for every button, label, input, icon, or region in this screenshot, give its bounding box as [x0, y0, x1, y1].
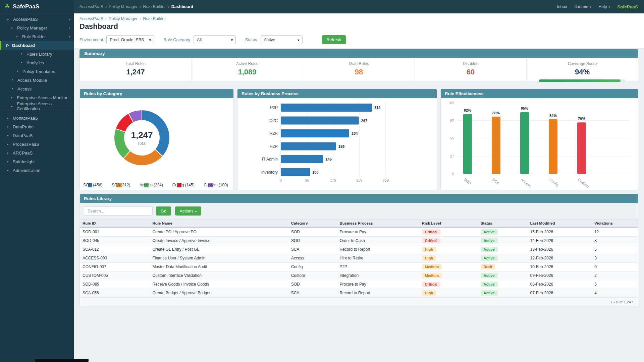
cell-violations: 4 [592, 289, 638, 297]
environment-select[interactable]: Prod_Oracle_EBS [106, 35, 154, 44]
risk-badge: Medium [422, 264, 442, 269]
sidebar-item-label: Analytics [26, 60, 44, 65]
cell-violations: 3 [592, 254, 638, 262]
horizontal-scrollbar-thumb[interactable] [35, 359, 89, 362]
risk-badge: High [422, 255, 436, 261]
cell-business-process: Procure to Pay [337, 280, 419, 289]
brand-logo[interactable]: ☘ SafePaaS [0, 0, 74, 13]
legend-label: SOD (456) [83, 183, 102, 187]
content-body: Summary Total Rules1,247Active Rules1,08… [74, 49, 644, 306]
column-header-risk-level[interactable]: Risk Level [419, 219, 478, 228]
breadcrumb-item[interactable]: AccessPaaS [79, 4, 103, 9]
svg-text:82: 82 [450, 119, 454, 123]
user-menu[interactable]: ftadmin▾ [575, 4, 591, 9]
sidebar-item-analytics[interactable]: •Analytics [0, 58, 74, 67]
sidebar-item-arcpaas[interactable]: ▸ARCPaaS [0, 148, 74, 157]
column-header-rule-name[interactable]: Rule Name [150, 219, 288, 228]
summary-card-draft-rules: Draft Rules98 [303, 58, 415, 81]
svg-text:P2P: P2P [270, 105, 278, 110]
sidebar-item-label: DataPaaS [13, 133, 33, 138]
table-row[interactable]: CONFIG-007Master Data Modification Audit… [80, 262, 638, 271]
cell-risk-level: High [419, 245, 478, 254]
sidebar-item-dashboard[interactable]: ▷Dashboard [0, 41, 74, 50]
actions-button[interactable]: Actions▾ [175, 206, 202, 216]
sidebar-item-access[interactable]: •Access [0, 84, 74, 93]
sidebar-item-enterprise-access-monitor[interactable]: ▸Enterprise Access Monitor [0, 93, 74, 102]
sidebar-item-label: ProcessPaaS [13, 142, 39, 147]
column-header-violations[interactable]: Violations [592, 219, 638, 228]
sidebar-item-rules-library[interactable]: •Rules Library [0, 50, 74, 58]
breadcrumb-item[interactable]: Rule Builder [143, 16, 166, 21]
cell-category: SCA [288, 245, 337, 254]
help-menu[interactable]: Help▾ [598, 4, 610, 9]
pagination-status: 1 - 8 of 1,247 [80, 298, 638, 306]
column-header-business-process[interactable]: Business Process [337, 219, 419, 228]
rule-category-label: Rule Category [163, 38, 190, 42]
sidebar-item-policy-manager[interactable]: ▸Policy Manager▾ [0, 23, 74, 32]
column-header-category[interactable]: Category [288, 219, 337, 228]
breadcrumb-item[interactable]: Policy Manager [109, 16, 138, 21]
bullet-icon: • [21, 52, 22, 56]
sidebar-item-datapaas[interactable]: ▸DataPaaS [0, 131, 74, 140]
topbar-brand-link[interactable]: SafePaaS [617, 4, 638, 9]
go-button[interactable]: Go [156, 206, 171, 216]
table-row[interactable]: CUSTOM-005Custom Interface ValidationCus… [80, 271, 638, 280]
breadcrumb-item[interactable]: AccessPaaS [79, 16, 103, 21]
table-header-row: Rule IDRule NameCategoryBusiness Process… [80, 219, 638, 228]
table-row[interactable]: SOD-001Create PO / Approve POSODProcure … [80, 228, 638, 236]
column-header-rule-id[interactable]: Rule ID [80, 219, 150, 228]
cell-violations: 5 [592, 245, 638, 254]
status-badge: Active [481, 247, 498, 252]
status-badge: Active [481, 290, 498, 296]
sidebar-item-access-module[interactable]: •Access Module [0, 76, 74, 84]
svg-text:145: 145 [325, 157, 331, 161]
table-row[interactable]: SOD-089Receive Goods / Invoice GoodsSODP… [80, 280, 638, 289]
table-row[interactable]: SOD-045Create Invoice / Approve InvoiceS… [80, 236, 638, 245]
breadcrumb-item[interactable]: Rule Builder [143, 4, 166, 9]
sidebar-item-safeinsight[interactable]: ▸SafeInsight [0, 157, 74, 166]
sidebar-item-label: Access [17, 86, 32, 92]
sidebar-item-rule-builder[interactable]: ▸Rule Builder▾ [0, 32, 74, 41]
cell-rule-name: Master Data Modification Audit [150, 262, 288, 271]
cell-rule-id: SCA-012 [80, 245, 150, 254]
svg-text:269: 269 [356, 178, 362, 182]
sidebar-item-processpaas[interactable]: ▸ProcessPaaS [0, 140, 74, 148]
cell-status: Active [478, 289, 528, 297]
legend-label: Config (145) [172, 183, 195, 187]
sidebar-item-enterprise-access-certification[interactable]: ▸Enterprise Access Certification [0, 102, 74, 111]
table-row[interactable]: SCA-012Create GL Entry / Post GLSCARecor… [80, 245, 638, 254]
rule-category-select[interactable]: All [194, 35, 236, 44]
breadcrumb-item[interactable]: Dashboard [171, 4, 193, 9]
table-row[interactable]: ACCESS-003Finance User / System AdminAcc… [80, 254, 638, 262]
cell-rule-name: Receive Goods / Invoice Goods [150, 280, 288, 289]
donut-total-sublabel: Total [131, 141, 153, 146]
sidebar-item-policy-templates[interactable]: •Policy Templates [0, 67, 74, 76]
breadcrumb-separator: › [105, 16, 107, 21]
cell-last-modified: 13-Feb-2026 [528, 245, 592, 254]
cell-status: Active [478, 236, 528, 245]
risk-badge: Critical [422, 229, 440, 235]
breadcrumb-item[interactable]: Policy Manager [109, 4, 138, 9]
sidebar-item-dataprobe[interactable]: ▸DataProbe [0, 122, 74, 131]
summary-card-label: Total Rules [80, 61, 191, 66]
search-input[interactable] [84, 206, 153, 216]
svg-text:179: 179 [330, 178, 336, 182]
column-header-last-modified[interactable]: Last Modified [528, 219, 592, 228]
inbox-link[interactable]: Inbox [557, 4, 567, 9]
sidebar-item-administration[interactable]: ▸Administration [0, 166, 74, 175]
topbar: AccessPaaS›Policy Manager›Rule Builder›D… [74, 0, 644, 13]
column-header-status[interactable]: Status [478, 219, 528, 228]
bullet-icon: • [12, 86, 13, 91]
sidebar-item-label: Enterprise Access Monitor [17, 95, 67, 100]
bullet-icon: • [17, 69, 18, 74]
refresh-button[interactable]: Refresh [322, 35, 346, 44]
sidebar-item-monitorpaas[interactable]: ▸MonitorPaaS [0, 114, 74, 122]
sidebar-item-accesspaas[interactable]: ▸AccessPaaS▾ [0, 15, 74, 23]
summary-card-label: Draft Rules [303, 61, 415, 66]
cell-status: Active [478, 245, 528, 254]
sidebar-divider [0, 112, 74, 112]
status-select[interactable]: Active [261, 35, 303, 44]
cell-rule-name: Finance User / System Admin [150, 254, 288, 262]
chevron-down-icon: ▾ [69, 18, 70, 21]
table-row[interactable]: SCA-056Create Budget / Approve BudgetSCA… [80, 289, 638, 297]
